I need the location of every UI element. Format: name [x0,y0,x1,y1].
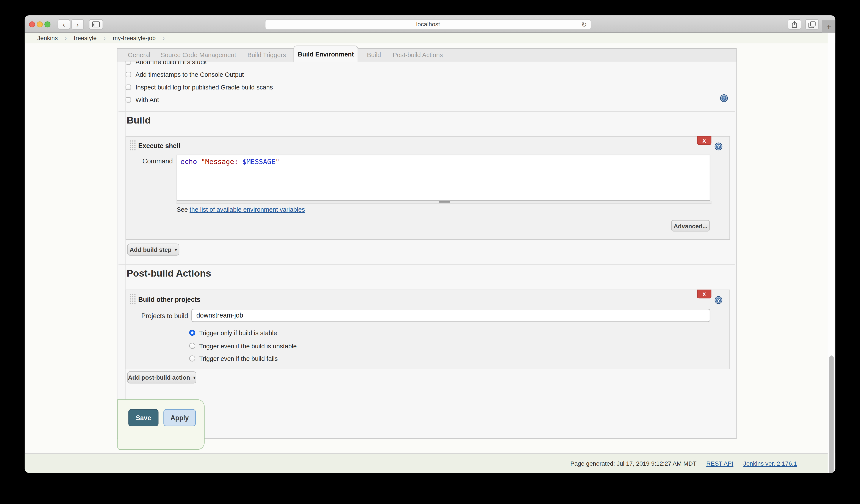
question-mark: ? [722,96,726,101]
tab-build-triggers[interactable]: Build Triggers [247,52,286,58]
trigger-unstable-radio[interactable] [189,343,195,349]
checkbox-row: Inspect build log for published Gradle b… [126,82,273,93]
execute-shell-block: Execute shell X ? Command echo "Message:… [126,136,730,240]
inspect-build-log-checkbox[interactable] [126,85,131,90]
breadcrumb-freestyle[interactable]: freestyle [74,34,97,41]
share-icon [791,21,798,28]
post-build-section-heading: Post-build Actions [127,268,211,279]
close-window-button[interactable] [29,21,35,27]
code-token: "Message: [197,157,243,165]
chevron-down-icon: ▾ [175,247,177,252]
with-ant-checkbox[interactable] [126,97,131,102]
build-other-projects-block: Build other projects X ? Projects to bui… [126,290,730,369]
checkbox-row: Abort the build if it's stuck [126,61,207,68]
browser-window: ‹ › localhost ↻ [25,15,835,473]
delete-build-step-button[interactable]: X [697,136,711,145]
delete-post-build-action-button[interactable]: X [697,290,711,299]
sidebar-icon [92,21,100,27]
scrollbar-track[interactable] [828,33,835,473]
checkbox-label: Abort the build if it's stuck [135,61,207,65]
config-content: Abort the build if it's stuck Add timest… [117,61,736,439]
command-label: Command [126,157,173,165]
plus-icon: + [826,22,831,31]
scrollbar-thumb[interactable] [829,356,834,473]
chevron-down-icon: ▾ [194,375,196,380]
post-build-action-title: Build other projects [138,296,200,303]
tab-overview-button[interactable] [805,19,819,30]
breadcrumb-jenkins[interactable]: Jenkins [37,34,58,41]
config-tab-bar: General Source Code Management Build Tri… [117,48,736,61]
checkbox-label: Inspect build log for published Gradle b… [135,84,273,90]
page-generated-text: Page generated: Jul 17, 2019 9:12:27 AM … [570,460,697,467]
radio-label: Trigger even if the build fails [199,355,278,362]
projects-to-build-input[interactable] [191,309,710,322]
browser-toolbar: ‹ › localhost ↻ [25,15,835,33]
checkbox-row: Add timestamps to the Console Output [126,69,244,80]
build-step-title: Execute shell [138,142,180,150]
zoom-window-button[interactable] [44,21,51,27]
breadcrumb-my-freestyle-job[interactable]: my-freestyle-job [113,34,156,41]
radio-row: Trigger even if the build fails [189,355,278,362]
question-mark: ? [717,144,720,149]
radio-row: Trigger even if the build is unstable [189,342,297,349]
trigger-fails-radio[interactable] [189,356,195,361]
trigger-stable-radio[interactable] [189,330,195,336]
sidebar-toggle-button[interactable] [89,19,103,30]
desktop: ‹ › localhost ↻ [0,0,860,504]
code-token: echo [181,157,197,165]
chevron-right-icon: › [104,35,105,41]
share-button[interactable] [788,19,801,30]
radio-label: Trigger only if build is stable [199,329,277,336]
rest-api-link[interactable]: REST API [706,460,733,467]
add-post-build-action-label: Add post-build action [128,374,190,381]
tabs-icon [808,21,816,28]
address-bar-url: localhost [416,21,440,28]
env-vars-hint: See the list of available environment va… [176,206,305,213]
section-rule [125,61,126,438]
help-icon[interactable]: ? [715,143,722,150]
breadcrumb: Jenkins › freestyle › my-freestyle-job › [25,33,835,43]
tab-post-build-actions[interactable]: Post-build Actions [393,52,443,58]
see-text: See [176,206,189,213]
help-icon[interactable]: ? [715,296,722,304]
address-bar[interactable]: localhost ↻ [265,19,591,30]
add-post-build-action-button[interactable]: Add post-build action ▾ [127,371,196,384]
save-button[interactable]: Save [128,409,158,426]
abort-build-checkbox[interactable] [126,61,131,65]
new-tab-button[interactable]: + [822,20,835,33]
add-timestamps-checkbox[interactable] [126,72,131,77]
tab-build-environment[interactable]: Build Environment [293,45,358,62]
tab-source-code-management[interactable]: Source Code Management [161,52,236,58]
build-section-heading: Build [127,115,150,126]
checkbox-row: With Ant [126,95,159,105]
chevron-right-icon: › [163,35,165,41]
add-build-step-label: Add build step [130,246,171,253]
env-vars-link[interactable]: the list of available environment variab… [190,206,305,213]
section-divider [118,264,735,265]
forward-button[interactable]: › [71,19,84,30]
jenkins-version-link[interactable]: Jenkins ver. 2.176.1 [743,460,797,467]
help-icon[interactable]: ? [720,95,728,102]
advanced-button[interactable]: Advanced... [671,220,710,231]
radio-row: Trigger only if build is stable [189,329,277,336]
tab-build[interactable]: Build [367,52,381,58]
drag-handle-icon[interactable] [130,140,131,141]
save-actions-panel: Save Apply [117,400,205,450]
page-footer: Page generated: Jul 17, 2019 9:12:27 AM … [25,453,835,473]
code-token: " [275,157,280,165]
checkbox-label: With Ant [135,97,159,103]
tab-general[interactable]: General [128,52,150,58]
question-mark: ? [717,297,720,303]
section-divider [118,112,735,112]
drag-handle-icon[interactable] [130,294,131,295]
editor-resize-handle[interactable] [176,201,711,204]
apply-button[interactable]: Apply [163,409,196,426]
back-button[interactable]: ‹ [58,19,70,30]
back-icon: ‹ [63,20,65,28]
add-build-step-button[interactable]: Add build step ▾ [127,244,179,256]
reload-icon[interactable]: ↻ [581,20,587,30]
minimize-window-button[interactable] [37,21,43,27]
grip-icon [439,201,449,203]
command-editor[interactable]: echo "Message: $MESSAGE" [176,155,710,201]
chevron-right-icon: › [65,35,67,41]
